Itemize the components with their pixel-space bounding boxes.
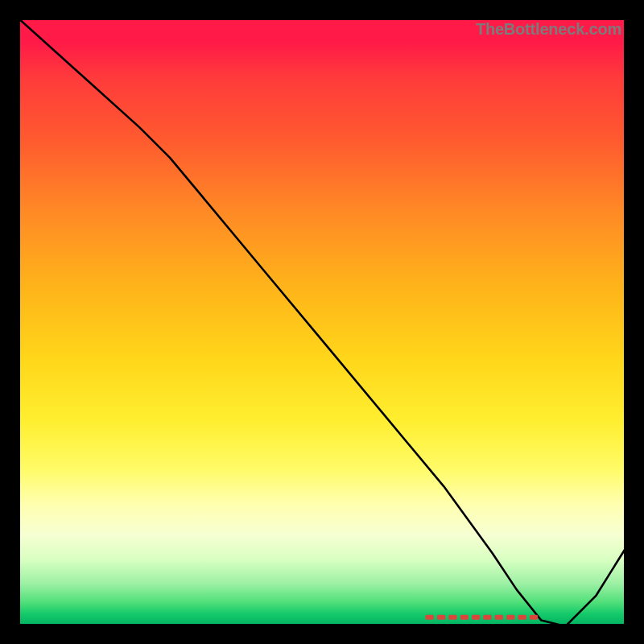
chart-container: TheBottleneck.com	[0, 0, 644, 644]
background-gradient	[18, 18, 626, 626]
plot-area: TheBottleneck.com	[18, 18, 626, 626]
